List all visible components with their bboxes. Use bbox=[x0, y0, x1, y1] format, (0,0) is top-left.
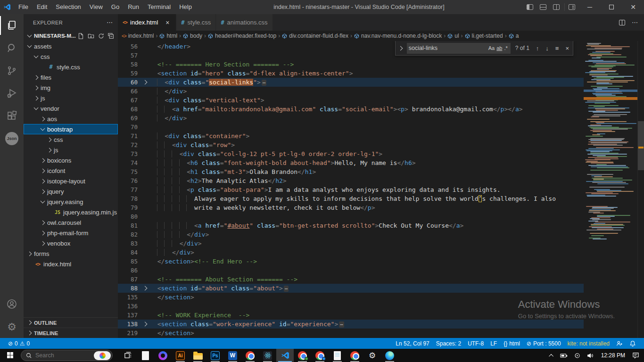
tab-index.html[interactable]: <>index.html× bbox=[118, 14, 176, 31]
code-line-219[interactable]: 219 </section> bbox=[118, 329, 584, 337]
tree-item-img[interactable]: img bbox=[24, 82, 118, 93]
find-close-icon[interactable]: × bbox=[563, 45, 571, 52]
chrome-icon[interactable] bbox=[346, 349, 363, 362]
menu-terminal[interactable]: Terminal bbox=[143, 0, 175, 14]
tree-item-js[interactable]: js bbox=[24, 145, 118, 155]
hidden-icons-chevron[interactable] bbox=[547, 354, 557, 357]
tree-item-vendor[interactable]: vendor bbox=[24, 103, 118, 114]
illustrator-icon[interactable]: Ai bbox=[172, 349, 189, 362]
code-line-84[interactable]: 84 </div> bbox=[118, 248, 584, 257]
breadcrumb-item-index[interactable]: <>index.html bbox=[122, 33, 154, 39]
code-line-67[interactable]: 67 <div class="vertical-text"> bbox=[118, 96, 584, 105]
code-line-68[interactable]: 68 <a href="mailto:brandonolaka@gmail.co… bbox=[118, 105, 584, 114]
panel-outline[interactable]: OUTLINE bbox=[24, 317, 118, 328]
notifications-bell-icon[interactable] bbox=[626, 338, 639, 349]
explorer-icon[interactable] bbox=[0, 14, 24, 37]
minimize-button[interactable]: ─ bbox=[579, 0, 601, 14]
breadcrumb-item-li[interactable]: li.get-started bbox=[465, 33, 503, 39]
feedback-icon[interactable] bbox=[613, 338, 626, 349]
json-extension-icon[interactable]: Json bbox=[0, 127, 24, 150]
status-html[interactable]: {}html bbox=[500, 338, 523, 349]
find-in-selection-icon[interactable]: ≡ bbox=[553, 45, 561, 52]
regex-toggle[interactable]: .* bbox=[503, 45, 508, 51]
menu-run[interactable]: Run bbox=[124, 0, 143, 14]
find-previous-icon[interactable]: ↑ bbox=[534, 45, 541, 52]
code-line-71[interactable]: 71 <div class="container"> bbox=[118, 132, 584, 140]
code-line-59[interactable]: 59 <section id="hero" class="d-flex alig… bbox=[118, 69, 584, 78]
taskbar-search-input[interactable] bbox=[35, 352, 91, 359]
tree-item-venobox[interactable]: venobox bbox=[24, 238, 118, 248]
tree-item-icofont[interactable]: icofont bbox=[24, 165, 118, 176]
edge-icon[interactable] bbox=[381, 349, 398, 362]
tree-item-css[interactable]: css bbox=[24, 51, 118, 62]
code-line-77[interactable]: 77 <p class="about-para">I am a data ana… bbox=[118, 185, 584, 194]
status-port-5500[interactable]: ⊘Port : 5500 bbox=[523, 338, 564, 349]
whole-word-toggle[interactable]: ab bbox=[495, 45, 503, 51]
code-line-85[interactable]: 85 </section><!-- End Hero --> bbox=[118, 257, 584, 266]
code-line-136[interactable]: 136 bbox=[118, 302, 584, 311]
code-line-86[interactable]: 86 bbox=[118, 266, 584, 275]
menu-help[interactable]: Help bbox=[175, 0, 196, 14]
tree-item-css[interactable]: css bbox=[24, 134, 118, 145]
code-line-88[interactable]: 88 <section id="about" class="about">⋯ bbox=[118, 284, 584, 293]
restore-button[interactable] bbox=[601, 0, 622, 14]
file-explorer-icon[interactable] bbox=[189, 349, 206, 362]
start-button[interactable] bbox=[0, 349, 21, 362]
code-line-76[interactable]: 76 <h2>The Analytic Atlas</h2> bbox=[118, 176, 584, 185]
new-file-icon[interactable] bbox=[78, 33, 84, 39]
code-line-58[interactable]: 58 <!-- ======= Hero Section ======= --> bbox=[118, 60, 584, 69]
tree-item-jquery[interactable]: jquery bbox=[24, 186, 118, 197]
breadcrumb-item-ul[interactable]: ul bbox=[447, 33, 459, 39]
menu-file[interactable]: File bbox=[14, 0, 33, 14]
task-view-icon[interactable] bbox=[119, 349, 137, 362]
status-lf[interactable]: LF bbox=[487, 338, 500, 349]
copilot-icon[interactable] bbox=[94, 351, 111, 360]
toggle-panel-icon[interactable] bbox=[540, 4, 546, 10]
menu-edit[interactable]: Edit bbox=[33, 0, 51, 14]
toggle-secondary-sidebar-icon[interactable] bbox=[553, 4, 560, 10]
fold-chevron-icon[interactable] bbox=[140, 81, 150, 84]
update-ring-icon[interactable] bbox=[571, 353, 584, 359]
settings-gear-icon[interactable]: ⚙ bbox=[363, 349, 381, 362]
tab-style.css[interactable]: #style.css bbox=[176, 14, 216, 31]
action-center-icon[interactable] bbox=[629, 352, 644, 359]
menu-view[interactable]: View bbox=[85, 0, 107, 14]
react-icon[interactable] bbox=[259, 349, 276, 362]
search-icon[interactable] bbox=[0, 37, 24, 59]
split-editor-icon[interactable] bbox=[619, 20, 625, 25]
breadcrumb-item-a[interactable]: a bbox=[509, 33, 519, 39]
vertical-scrollbar[interactable] bbox=[637, 41, 644, 338]
refresh-icon[interactable] bbox=[98, 33, 104, 39]
code-line-75[interactable]: 75 <h1 class="mt-3">Olaka Brandon</h1> bbox=[118, 167, 584, 176]
notepad-doc-icon[interactable] bbox=[137, 349, 154, 362]
breadcrumb-item-body[interactable]: body bbox=[183, 33, 202, 39]
breadcrumb-item-html[interactable]: html bbox=[159, 33, 177, 39]
match-case-toggle[interactable]: Aa bbox=[487, 45, 495, 51]
chrome-icon[interactable] bbox=[311, 349, 329, 362]
tab-animations.css[interactable]: #animations.css bbox=[216, 14, 272, 31]
tree-item-aos[interactable]: aos bbox=[24, 114, 118, 124]
breadcrumb-item-header[interactable]: header#header.fixed-top bbox=[208, 33, 276, 39]
tree-item-boxicons[interactable]: boxicons bbox=[24, 155, 118, 165]
find-expand-icon[interactable] bbox=[397, 47, 404, 50]
status-spaces-2[interactable]: Spaces: 2 bbox=[433, 338, 464, 349]
run-debug-icon[interactable] bbox=[0, 82, 24, 105]
status-utf-8[interactable]: UTF-8 bbox=[464, 338, 487, 349]
scrollbar-slider[interactable] bbox=[638, 121, 644, 170]
explorer-more-actions-icon[interactable]: ⋯ bbox=[107, 19, 113, 26]
photoshop-icon[interactable]: Ps bbox=[206, 349, 224, 362]
word-icon[interactable]: W bbox=[224, 349, 241, 362]
tree-item-assets[interactable]: assets bbox=[24, 41, 118, 51]
chrome-icon[interactable] bbox=[241, 349, 259, 362]
code-line-79[interactable]: 79 write a weekly newsletter, check it o… bbox=[118, 203, 584, 212]
code-line-73[interactable]: 73 <div class="col-lg-12 pt-5 pt-lg-0 or… bbox=[118, 149, 584, 158]
find-next-icon[interactable]: ↓ bbox=[544, 45, 551, 52]
panel-timeline[interactable]: TIMELINE bbox=[24, 328, 118, 338]
taskbar-search[interactable] bbox=[21, 350, 113, 361]
breadcrumb-item-div[interactable]: div.container-fluid.d-flex bbox=[282, 33, 348, 39]
tree-item-style.css[interactable]: #style.css bbox=[24, 62, 118, 72]
notepad-icon[interactable] bbox=[329, 349, 346, 362]
toggle-sidebar-icon[interactable] bbox=[527, 4, 533, 10]
code-line-135[interactable]: 135 </section> bbox=[118, 293, 584, 302]
tree-item-bootstrap[interactable]: bootstrap bbox=[24, 124, 118, 134]
